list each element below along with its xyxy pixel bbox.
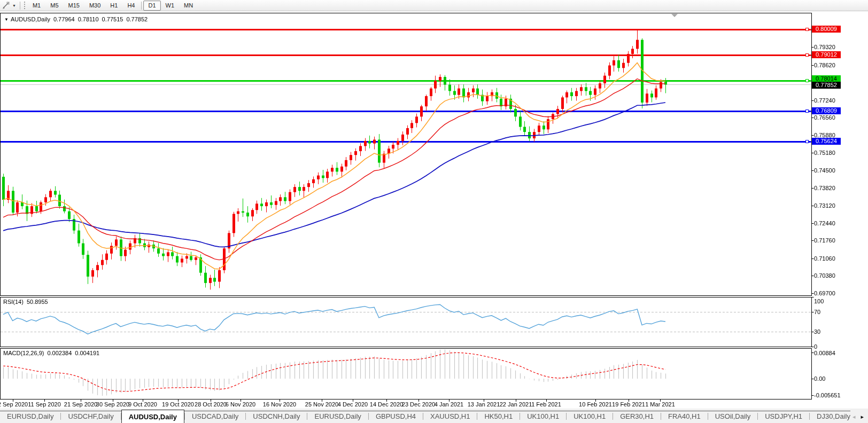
chart-tab-hk50-h1[interactable]: HK50,H1	[477, 410, 520, 423]
chart-tab-usdcad-daily[interactable]: USDCAD,Daily	[185, 410, 245, 423]
toolbar-separator	[20, 2, 20, 10]
tool-dropdown-caret-icon[interactable]: ▼	[12, 4, 16, 7]
tab-scroll-arrows: ◂ ▸	[850, 411, 868, 423]
rsi-tick-label: 70	[814, 309, 820, 315]
date-label: 28 Oct 2020	[195, 401, 227, 408]
chart-header: ▼AUDUSD,Daily0.779640.781100.775150.7785…	[4, 16, 148, 22]
date-label: 4 Dec 2020	[338, 401, 368, 408]
level-badge-support[interactable]: 0.75624	[812, 138, 841, 145]
date-label: 25 Nov 2020	[305, 401, 338, 408]
date-label: 1 Feb 2021	[531, 401, 561, 408]
date-label: 22 Jan 2021	[500, 401, 532, 408]
chart-tab-usdjpy-h1[interactable]: USDJPY,H1	[758, 410, 809, 423]
symbol-title: AUDUSD,Daily	[11, 16, 50, 22]
chart-tab-gbpusd-h4[interactable]: GBPUSD,H4	[369, 410, 423, 423]
date-label: 16 Nov 2020	[263, 401, 296, 408]
top-toolbar: ▼ M1M5M15M30H1H4D1W1MN	[0, 0, 868, 11]
low-value: 0.77515	[102, 16, 123, 22]
rsi-tick-label: 0	[814, 343, 817, 350]
chart-tab-audusd-daily[interactable]: AUDUSD,Daily	[121, 410, 184, 423]
line-tool-icon[interactable]	[2, 2, 10, 10]
price-tick-label: 0.71060	[814, 255, 835, 262]
toolbar-grip[interactable]	[24, 2, 26, 9]
price-tick-label: 0.73820	[814, 185, 835, 191]
timeframe-button-h1[interactable]: H1	[105, 1, 122, 11]
chart-tab-usdchf-daily[interactable]: USDCHF,Daily	[61, 410, 120, 423]
rsi-indicator-name: RSI(14)	[3, 299, 24, 305]
chart-tab-uk100-h1[interactable]: UK100,H1	[567, 410, 613, 423]
timeframe-button-mn[interactable]: MN	[179, 1, 198, 11]
chart-tab-usdcnh-daily[interactable]: USDCNH,Daily	[246, 410, 307, 423]
date-label: 10 Feb 2021	[579, 401, 612, 408]
toolbar-separator	[141, 2, 142, 10]
level-badge-support[interactable]: 0.76809	[812, 107, 841, 114]
chart-tab-bar: EURUSD,DailyUSDCHF,DailyAUDUSD,DailyUSDC…	[0, 409, 868, 423]
rsi-tick-label: 100	[814, 298, 824, 304]
close-value: 0.77852	[126, 16, 148, 22]
price-tick-label: 0.79320	[814, 44, 835, 50]
price-tick-label: 0.76560	[814, 114, 835, 121]
date-label: 6 Nov 2020	[226, 401, 255, 408]
collapse-triangle-icon[interactable]: ▼	[4, 17, 9, 22]
price-tick-label: 0.72440	[814, 220, 835, 226]
date-label: 14 Dec 2020	[370, 401, 403, 408]
date-label: 21 Sep 2020	[64, 401, 97, 408]
chart-tab-fra40-h1[interactable]: FRA40,H1	[661, 410, 708, 423]
macd-signal-value: 0.004191	[75, 350, 99, 356]
rsi-label: RSI(14)50.8955	[3, 299, 48, 305]
timeframe-button-d1[interactable]: D1	[143, 1, 160, 11]
level-badge-resistance[interactable]: 0.79012	[812, 51, 841, 58]
date-label: 1 Mar 2021	[645, 401, 675, 408]
date-label: 2 Sep 2020	[0, 401, 28, 408]
timeframe-button-h4[interactable]: H4	[122, 1, 140, 11]
timeframe-button-m5[interactable]: M5	[45, 1, 63, 11]
chart-canvas[interactable]	[0, 0, 868, 423]
price-tick-label: 0.77240	[814, 97, 835, 104]
chart-tab-eurusd-daily[interactable]: EURUSD,Daily	[307, 410, 368, 423]
price-tick-label: 0.70380	[814, 272, 835, 279]
date-label: 11 Sep 2020	[28, 401, 61, 408]
price-tick-label: 0.73120	[814, 202, 835, 209]
date-label: 30 Sep 2020	[96, 401, 129, 408]
date-label: 4 Jan 2021	[435, 401, 463, 408]
date-label: 19 Oct 2020	[162, 401, 194, 408]
macd-tick-label: -0.005651	[814, 392, 841, 398]
rsi-tick-label: 30	[814, 328, 820, 335]
level-badge-resistance[interactable]: 0.80009	[812, 26, 841, 33]
timeframe-button-m15[interactable]: M15	[64, 1, 84, 11]
timeframe-button-m30[interactable]: M30	[84, 1, 105, 11]
date-label: 19 Feb 2021	[612, 401, 645, 408]
macd-tick-label: 0.00884	[814, 350, 835, 356]
rsi-value: 50.8955	[27, 299, 48, 305]
macd-indicator-name: MACD(12,26,9)	[3, 350, 44, 356]
open-value: 0.77964	[53, 16, 75, 22]
price-tick-label: 0.78620	[814, 62, 835, 68]
date-label: 23 Dec 2020	[402, 401, 435, 408]
chart-tab-usoil-daily[interactable]: USOil,Daily	[708, 410, 757, 423]
price-tick-label: 0.71760	[814, 237, 835, 244]
macd-tick-label: 0.00	[814, 375, 825, 382]
price-tick-label: 0.74500	[814, 167, 835, 174]
timeframe-button-w1[interactable]: W1	[161, 1, 180, 11]
macd-value: 0.002384	[47, 350, 72, 356]
level-badge-pivot[interactable]: 0.78014	[812, 75, 841, 82]
price-tick-label: 0.69700	[814, 290, 835, 296]
price-tick-label: 0.75880	[814, 132, 835, 138]
high-value: 0.78110	[78, 16, 99, 22]
tab-scroll-right-icon[interactable]: ▸	[861, 413, 864, 420]
chart-tab-uk100-h1[interactable]: UK100,H1	[520, 410, 566, 423]
date-label: 9 Oct 2020	[128, 401, 157, 408]
date-label: 13 Jan 2021	[468, 401, 500, 408]
macd-label: MACD(12,26,9)0.0023840.004191	[3, 350, 99, 356]
chart-tab-ger30-h1[interactable]: GER30,H1	[613, 410, 661, 423]
timeframe-button-m1[interactable]: M1	[28, 1, 45, 11]
price-tick-label: 0.75180	[814, 150, 835, 156]
level-badge-current-price[interactable]: 0.77852	[812, 82, 841, 89]
chart-tab-xauusd-h1[interactable]: XAUUSD,H1	[423, 410, 477, 423]
tab-scroll-left-icon[interactable]: ◂	[852, 413, 856, 420]
chart-tab-eurusd-daily[interactable]: EURUSD,Daily	[0, 410, 60, 423]
